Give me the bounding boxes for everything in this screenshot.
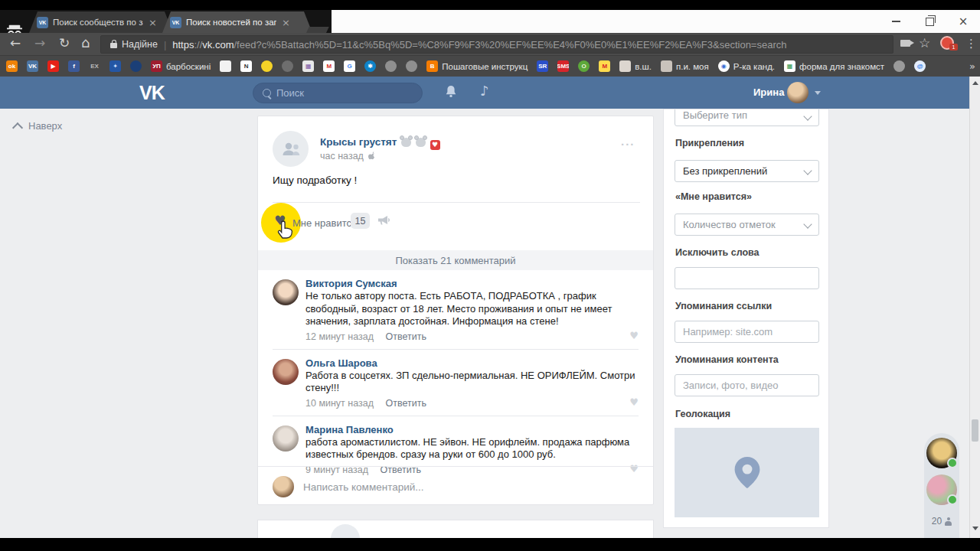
bookmark-item[interactable]: ✦ [109,60,121,72]
vk-search-input[interactable]: Поиск [253,83,423,103]
comment-like-heart-icon[interactable]: ♥ [629,396,639,408]
window-minimize-button[interactable] [879,10,913,33]
comment-input[interactable]: Написать комментарий... [258,466,653,505]
forward-icon[interactable]: → [34,35,45,51]
scrollbar-down-arrow-icon[interactable] [972,527,978,530]
commenter-avatar[interactable] [273,425,299,452]
post-menu-dots[interactable]: ... [621,135,635,148]
vk-logo[interactable]: VK [139,82,165,104]
url-path: /feed?c%5Battach%5D=11&c%5Bq%5D=%C8%F9%F… [234,39,786,51]
bookmark-item[interactable]: УП барбоскині [151,60,211,72]
show-comments-bar[interactable]: Показать 21 комментарий [258,250,653,270]
apple-device-icon [368,152,376,160]
bookmark-item[interactable]: ◉ Р-ка канд. [718,60,775,72]
bookmark-item[interactable]: VK [27,60,38,72]
back-icon[interactable]: ← [10,35,21,51]
browser-menu-icon[interactable]: ⋮ [965,37,977,51]
tab-close-icon[interactable]: × [282,17,290,28]
commenter-name-link[interactable]: Виктория Сумская [305,278,626,289]
address-bar[interactable]: Надійне | https :// vk.com /feed?c%5Batt… [100,35,893,54]
content-mentions-input[interactable]: Записи, фото, видео [675,374,819,396]
bookmark-item[interactable] [893,60,905,72]
bookmark-item[interactable]: п.и. моя [661,60,709,72]
bookmark-item[interactable] [130,60,142,72]
online-friend-avatar[interactable] [926,474,957,505]
bookmark-item[interactable]: в.ш. [619,60,652,72]
attachments-select[interactable]: Без прикреплений [675,160,819,182]
reply-link[interactable]: Ответить [385,398,426,409]
bookmark-item[interactable] [385,60,397,72]
group-name-link[interactable]: Крысы грустят ♥ [320,136,440,150]
comment: Виктория Сумская Не только автору поста.… [258,270,653,349]
bookmarks-overflow-icon[interactable]: » [969,60,975,72]
reply-link[interactable]: Ответить [385,331,426,342]
scrollbar-thumb[interactable] [972,419,978,442]
window-restore-button[interactable] [913,10,946,33]
bookmark-item[interactable]: EX [89,60,100,72]
like-button-label[interactable]: Мне нравится [292,217,357,229]
music-icon[interactable]: ♪ [480,83,489,99]
back-to-top-link[interactable]: Наверх [14,120,62,132]
security-label: Надійне [122,39,158,50]
bookmark-item[interactable]: ✱ [364,60,376,72]
post-timestamp[interactable]: час назад [320,151,376,161]
share-megaphone-icon[interactable] [377,214,390,226]
likes-count-placeholder: Количество отметок [683,219,776,230]
home-icon[interactable]: ⌂ [81,34,90,51]
window-close-button[interactable]: × [946,10,980,33]
bookmark-item[interactable]: SR [537,60,548,72]
type-select-placeholder: Выберите тип [683,109,747,121]
scrollbar-up-arrow-icon[interactable] [972,81,978,85]
group-avatar[interactable] [273,131,309,167]
online-friend-avatar[interactable] [926,438,957,468]
bookmark-item[interactable]: f [68,60,80,72]
browser-tab[interactable]: VK Поиск сообществ по за × [29,11,173,33]
browser-tab-active[interactable]: VK Поиск новостей по зап × [162,11,312,33]
type-select[interactable]: Выберите тип [675,109,819,126]
page-scrollbar[interactable] [969,77,980,538]
bookmark-item[interactable]: ▦ форма для знакомст [784,60,884,72]
bookmark-item[interactable]: M [323,60,335,72]
bookmark-favicon: SR [537,60,548,72]
bookmark-item[interactable]: ok [6,60,18,72]
camera-icon[interactable] [900,40,910,47]
bookmark-item[interactable]: M [599,60,610,72]
geolocation-map[interactable] [675,428,819,517]
bookmark-item[interactable] [282,60,293,72]
bookmarks-bar: ok VK ▶ f EX ✦ УП барбо [0,55,980,77]
bookmark-item[interactable]: O [578,60,590,72]
header-user-name[interactable]: Ирина [753,86,784,98]
tab-close-icon[interactable]: × [149,17,157,28]
bookmark-item[interactable] [261,60,273,72]
commenter-name-link[interactable]: Ольга Шарова [305,357,626,369]
next-post-card-partial [257,520,654,538]
commenter-name-link[interactable]: Марина Павленко [305,424,626,435]
exclude-words-input[interactable] [675,267,819,289]
bookmark-item[interactable] [406,60,417,72]
bookmark-item[interactable] [220,60,231,72]
bookmark-item[interactable]: SMS [557,60,569,72]
comment-like-heart-icon[interactable]: ♥ [629,330,639,341]
online-friends-count[interactable]: 20 [924,516,959,527]
url-separator: :// [194,39,202,51]
bookmark-item[interactable]: B Пошаговые инструкц [426,60,528,72]
bookmark-star-icon[interactable]: ☆ [919,35,930,51]
like-count-badge[interactable]: 15 [351,213,370,229]
commenter-avatar[interactable] [273,359,299,385]
header-dropdown-chevron-icon[interactable] [815,91,821,95]
link-mentions-placeholder: Например: site.com [683,326,773,337]
bookmark-item[interactable]: G [344,60,355,72]
likes-count-select[interactable]: Количество отметок [675,214,819,236]
bookmark-item[interactable]: ▦ [302,60,314,72]
reload-icon[interactable]: ↻ [59,35,70,51]
bookmark-item[interactable]: N [240,60,252,72]
bookmark-favicon [661,60,672,72]
bookmark-item[interactable]: ▶ [47,60,59,72]
bookmark-favicon: B [426,60,438,72]
bookmark-item[interactable]: @ [914,60,926,72]
commenter-avatar[interactable] [273,279,299,305]
notifications-bell-icon[interactable] [445,85,457,98]
header-user-avatar[interactable] [787,82,808,103]
link-mentions-input[interactable]: Например: site.com [675,321,819,343]
bookmark-favicon: ok [6,60,18,72]
